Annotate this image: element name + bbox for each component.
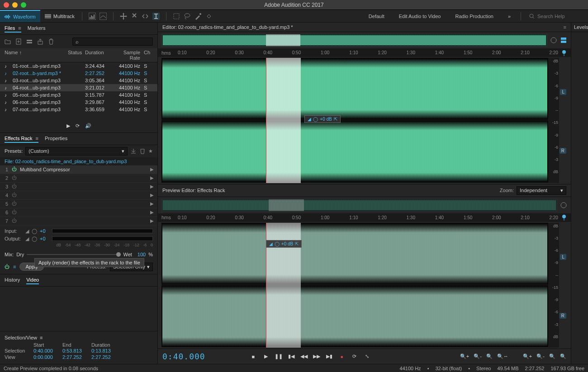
col-status[interactable]: Status <box>68 50 85 61</box>
tab-effects-rack[interactable]: Effects Rack ≡ <box>5 135 38 143</box>
effect-slot[interactable]: 4 ⏻ ▶ <box>0 191 157 200</box>
preview-waveform-canvas[interactable]: ◢ ◯ +0 dB ⇱ <box>161 223 548 348</box>
timecode-display[interactable]: 0:40.000 <box>162 352 205 361</box>
slot-power-icon[interactable]: ⏻ <box>12 218 18 224</box>
channel-r-badge[interactable]: R <box>560 313 566 319</box>
expand-icon[interactable]: ⇱ <box>295 241 299 246</box>
effect-slot[interactable]: 2 ⏻ ▶ <box>0 174 157 183</box>
view-start[interactable]: 0:00.000 <box>33 354 62 360</box>
chevron-right-icon[interactable]: ▶ <box>150 210 154 215</box>
col-duration[interactable]: Duration <box>85 50 112 61</box>
workspace-default[interactable]: Default <box>361 11 392 22</box>
file-row[interactable]: ♪ 07-root...ub-yard.mp3 3:36.659 44100 H… <box>0 106 157 113</box>
expand-icon[interactable]: ⇱ <box>334 117 337 122</box>
zoom-out-vert-icon[interactable]: 🔍- <box>536 353 545 359</box>
rewind-button[interactable]: ◀◀ <box>301 353 307 360</box>
input-value[interactable]: +0 <box>40 228 46 234</box>
menu-icon[interactable]: ≡ <box>34 136 38 141</box>
fast-forward-button[interactable]: ▶▶ <box>313 353 320 360</box>
output-knob-icon[interactable]: ◯ <box>32 236 37 242</box>
spectral-display-icon[interactable] <box>89 13 96 20</box>
chevron-right-icon[interactable]: ▶ <box>150 201 154 206</box>
waveform-canvas[interactable]: ◢ ◯ +0 dB ⇱ <box>161 58 548 183</box>
auto-play-icon[interactable]: 🔊 <box>85 123 91 129</box>
menu-icon[interactable]: ≡ <box>17 25 21 31</box>
knob-icon[interactable]: ◯ <box>275 241 280 246</box>
tab-markers[interactable]: Markers <box>28 24 46 33</box>
chevron-right-icon[interactable]: ▶ <box>150 218 154 223</box>
rack-power-icon[interactable]: ⏻ <box>5 264 9 269</box>
input-knob-icon[interactable]: ◯ <box>32 228 37 234</box>
zoom-navigator-icon[interactable] <box>560 202 567 209</box>
multitrack-mode-button[interactable]: Multitrack <box>40 10 79 22</box>
zoom-out-icon[interactable]: 🔍- <box>474 353 482 359</box>
mix-percent[interactable]: 100 <box>138 252 146 257</box>
files-search-input[interactable] <box>81 39 150 44</box>
menu-icon[interactable]: ≡ <box>564 24 566 30</box>
play-button[interactable]: ▶ <box>263 353 269 360</box>
tab-files[interactable]: Files ≡ <box>5 24 21 33</box>
pin-playhead-icon[interactable] <box>561 214 567 221</box>
effect-slot[interactable]: 7 ⏻ ▶ <box>0 217 157 226</box>
skip-to-start-button[interactable]: ▮◀ <box>288 353 294 360</box>
effect-slot[interactable]: 3 ⏻ ▶ <box>0 183 157 191</box>
gain-hud[interactable]: ◢ ◯ +0 dB ⇱ <box>266 240 302 248</box>
workspace-radio[interactable]: Radio Production <box>448 11 500 22</box>
slot-power-icon[interactable]: ⏻ <box>12 166 18 173</box>
marquee-tool-icon[interactable] <box>173 13 180 20</box>
gain-hud[interactable]: ◢ ◯ +0 dB ⇱ <box>304 115 340 123</box>
loop-button[interactable]: ⟳ <box>351 353 358 360</box>
time-selection-tool-icon[interactable] <box>152 13 160 20</box>
file-row[interactable]: ♪ 03-root...ub-yard.mp3 3:05.364 44100 H… <box>0 77 157 84</box>
brush-tool-icon[interactable] <box>194 13 202 20</box>
effect-slot[interactable]: 1 ⏻ Multiband Compressor ▶ <box>0 165 157 174</box>
file-row[interactable]: ♪ 05-root...ub-yard.mp3 3:15.787 44100 H… <box>0 91 157 99</box>
view-duration[interactable]: 2:27.252 <box>91 354 120 360</box>
maximize-window-button[interactable] <box>21 2 26 8</box>
workspace-edit-audio[interactable]: Edit Audio to Video <box>392 11 448 22</box>
overview-waveform[interactable] <box>161 34 547 47</box>
selection-duration[interactable]: 0:13.813 <box>91 348 120 353</box>
chevron-right-icon[interactable]: ▶ <box>150 184 154 189</box>
help-search-input[interactable] <box>537 14 583 19</box>
record-button[interactable]: ● <box>339 353 345 360</box>
spot-healing-icon[interactable] <box>205 13 213 20</box>
col-channels[interactable]: Ch <box>144 50 153 61</box>
minimize-window-button[interactable] <box>12 2 18 8</box>
playhead[interactable] <box>266 58 266 183</box>
view-end[interactable]: 2:27.252 <box>62 354 91 360</box>
selection-start[interactable]: 0:40.000 <box>33 348 62 353</box>
effect-slot[interactable]: 5 ⏻ ▶ <box>0 200 157 208</box>
slot-power-icon[interactable]: ⏻ <box>12 184 18 190</box>
menu-icon[interactable]: ≡ <box>40 335 43 340</box>
channel-display-icon[interactable] <box>560 37 567 44</box>
chevron-right-icon[interactable]: ▶ <box>150 167 154 172</box>
pause-button[interactable]: ❚❚ <box>275 353 282 360</box>
chevron-right-icon[interactable]: ▶ <box>150 193 154 198</box>
slot-power-icon[interactable]: ⏻ <box>12 201 18 207</box>
workspace-more-button[interactable]: » <box>501 11 518 22</box>
open-file-icon[interactable] <box>5 38 11 45</box>
zoom-selection-icon[interactable]: 🔍↔ <box>497 353 508 359</box>
file-row[interactable]: ♪ 06-root...ub-yard.mp3 3:29.867 44100 H… <box>0 99 157 106</box>
tab-video[interactable]: Video <box>26 276 39 284</box>
channel-l-badge[interactable]: L <box>560 89 566 95</box>
selection-region[interactable] <box>266 58 301 183</box>
insert-to-multitrack-icon[interactable] <box>26 38 33 45</box>
file-row[interactable]: ♪ 02-root...b-yard.mp3 * 2:27.252 44100 … <box>0 70 157 77</box>
file-row[interactable]: ♪ 04-root...ub-yard.mp3 3:21.012 44100 H… <box>0 84 157 91</box>
favorite-icon[interactable]: ★ <box>148 148 153 154</box>
col-name[interactable]: Name ↑ <box>5 50 68 61</box>
effect-slot[interactable]: 6 ⏻ ▶ <box>0 208 157 217</box>
save-preset-icon[interactable] <box>130 148 137 154</box>
skip-to-end-button[interactable]: ▶▮ <box>326 353 332 360</box>
output-value[interactable]: +0 <box>40 236 46 241</box>
preview-timeline-ruler[interactable]: hms 0:100:200:300:400:501:001:101:201:30… <box>158 213 571 222</box>
zoom-in-icon[interactable]: 🔍+ <box>460 353 469 359</box>
chevron-right-icon[interactable]: ▶ <box>150 175 154 180</box>
preview-overview[interactable] <box>161 199 557 212</box>
slot-power-icon[interactable]: ⏻ <box>12 192 18 198</box>
pitch-display-icon[interactable] <box>100 13 107 20</box>
delete-preset-icon[interactable] <box>139 148 146 154</box>
move-tool-icon[interactable] <box>120 13 127 20</box>
